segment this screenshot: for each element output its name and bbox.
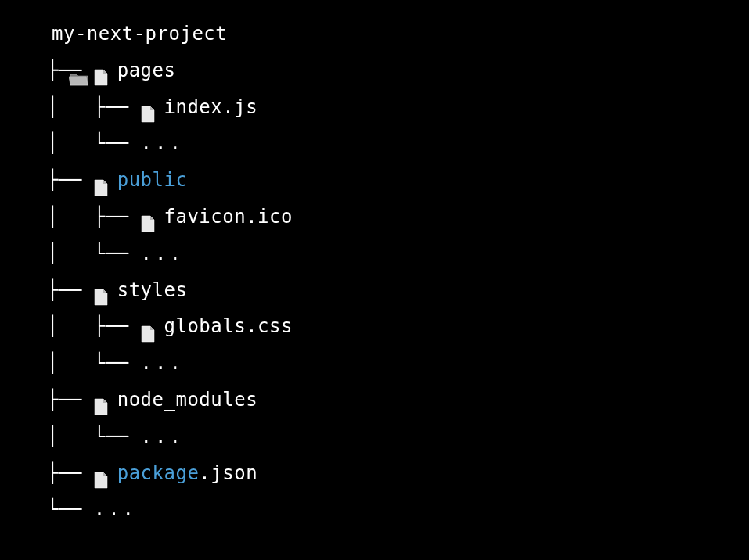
tree-line: ├── node_modules <box>23 382 726 418</box>
tree-root: my-next-project <box>23 16 726 52</box>
file-icon <box>141 208 155 225</box>
tree-prefix: └── <box>23 491 94 528</box>
file-icon <box>94 172 108 189</box>
tree-prefix: │ └── <box>23 235 141 272</box>
root-folder-name: my-next-project <box>52 16 227 52</box>
tree-line: │ ├── globals.css <box>23 308 726 345</box>
tree-line: │ └── ... <box>23 345 726 382</box>
file-icon <box>141 99 155 116</box>
tree-prefix: │ ├── <box>23 308 141 345</box>
tree-prefix: ├── <box>23 52 94 89</box>
tree-line: ├── pages <box>23 52 726 89</box>
tree-item-label: favicon.ico <box>164 199 293 235</box>
tree-prefix: │ ├── <box>23 199 141 235</box>
tree-prefix: │ └── <box>23 345 141 382</box>
tree-line: │ ├── index.js <box>23 89 726 126</box>
tree-item-label: globals.css <box>164 308 293 345</box>
tree-line: ├── public <box>23 162 726 199</box>
folder-icon <box>23 26 44 41</box>
tree-item-label: styles <box>117 272 188 309</box>
tree-ellipsis: ... <box>141 235 184 272</box>
tree-line: ├── styles <box>23 272 726 309</box>
tree-prefix: │ └── <box>23 125 141 162</box>
tree-line: └── ... <box>23 491 726 528</box>
file-icon <box>94 62 108 79</box>
tree-item-label: package.json <box>117 455 257 492</box>
tree-ellipsis: ... <box>141 418 184 455</box>
tree-ellipsis: ... <box>94 491 137 528</box>
tree-prefix: │ └── <box>23 418 141 455</box>
tree-ellipsis: ... <box>141 125 184 162</box>
tree-line: ├── package.json <box>23 455 726 492</box>
tree-prefix: ├── <box>23 455 94 492</box>
tree-prefix: │ ├── <box>23 89 141 126</box>
tree-prefix: ├── <box>23 382 94 418</box>
file-icon <box>94 391 108 408</box>
tree-prefix: ├── <box>23 162 94 199</box>
file-icon <box>141 318 155 336</box>
tree-line: │ └── ... <box>23 125 726 162</box>
tree-line: │ └── ... <box>23 235 726 272</box>
tree-ellipsis: ... <box>141 345 184 382</box>
tree-body: ├── pages │ ├── index.js │ └── ... ├── p… <box>23 52 726 528</box>
tree-item-label: pages <box>117 52 176 89</box>
file-icon <box>94 465 108 482</box>
tree-line: │ └── ... <box>23 418 726 455</box>
tree-item-label: public <box>117 162 188 199</box>
tree-item-label: node_modules <box>117 382 257 418</box>
tree-line: │ ├── favicon.ico <box>23 199 726 235</box>
file-icon <box>94 282 108 299</box>
tree-item-label: index.js <box>164 89 258 126</box>
tree-prefix: ├── <box>23 272 94 309</box>
